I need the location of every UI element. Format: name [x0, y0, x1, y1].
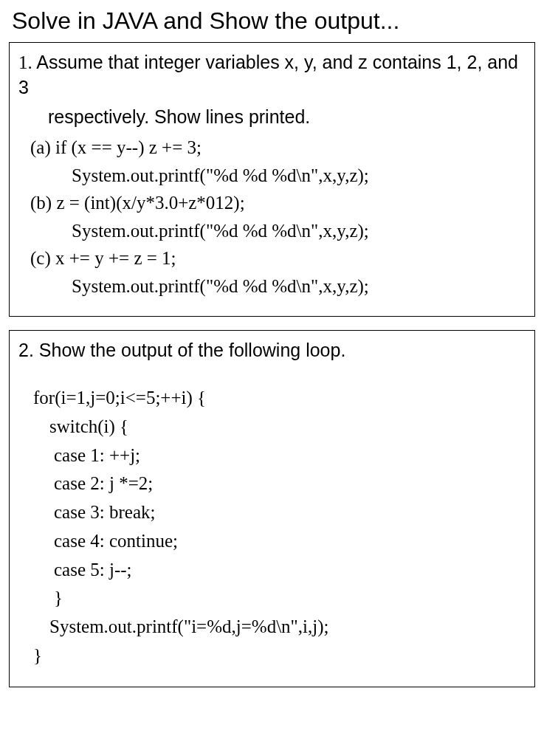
q2-number: 2. [18, 340, 34, 360]
q1-prompt: 1. Assume that integer variables x, y, a… [18, 50, 526, 100]
q2-code-line: for(i=1,j=0;i<=5;++i) { [33, 384, 526, 413]
question-2-box: 2. Show the output of the following loop… [9, 330, 535, 687]
q2-code-line: switch(i) { [33, 413, 526, 441]
q1-a-print: System.out.printf("%d %d %d\n",x,y,z); [18, 162, 526, 190]
q2-prompt-text: Show the output of the following loop. [39, 340, 346, 360]
question-1-box: 1. Assume that integer variables x, y, a… [9, 42, 535, 317]
q2-code-line: case 3: break; [33, 498, 526, 527]
q2-code-line: case 5: j--; [33, 556, 526, 585]
q1-number: 1. [18, 52, 32, 72]
q1-prompt-line2: respectively. Show lines printed. [18, 105, 526, 130]
q2-code-line: System.out.printf("i=%d,j=%d\n",i,j); [33, 613, 526, 642]
q1-a-label: (a) if (x == y--) z += 3; [18, 134, 526, 162]
q1-prompt-line1: Assume that integer variables x, y, and … [18, 52, 518, 97]
q1-b-print: System.out.printf("%d %d %d\n",x,y,z); [18, 217, 526, 245]
q1-c-print: System.out.printf("%d %d %d\n",x,y,z); [18, 272, 526, 300]
q1-c-label: (c) x += y += z = 1; [18, 244, 526, 272]
page-title: Solve in JAVA and Show the output... [9, 7, 535, 35]
q2-prompt: 2. Show the output of the following loop… [18, 338, 526, 363]
q2-code-line: } [33, 642, 526, 670]
q2-code-block: for(i=1,j=0;i<=5;++i) { switch(i) { case… [18, 384, 526, 670]
q2-code-line: } [33, 584, 526, 613]
q2-code-line: case 1: ++j; [33, 441, 526, 470]
q1-b-label: (b) z = (int)(x/y*3.0+z*012); [18, 189, 526, 217]
q2-code-line: case 2: j *=2; [33, 470, 526, 498]
q2-code-line: case 4: continue; [33, 527, 526, 556]
